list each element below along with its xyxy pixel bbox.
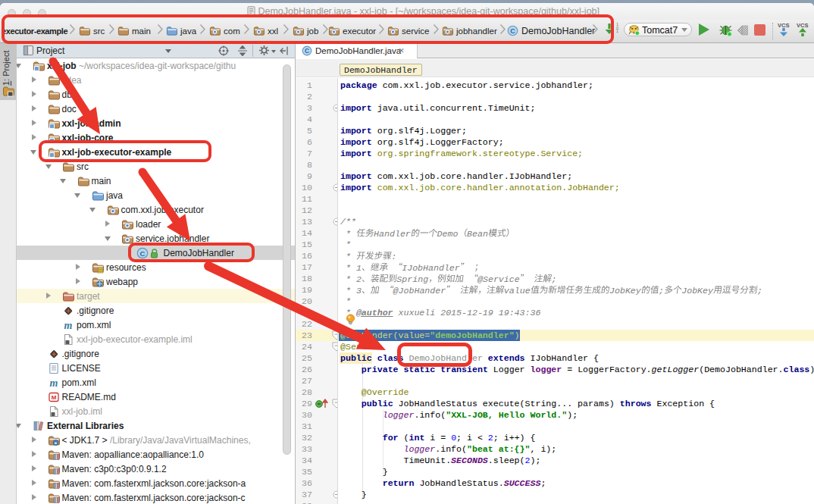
- svg-text:Spring: Spring: [396, 274, 428, 283]
- svg-text:Handler: Handler: [374, 228, 411, 238]
- svg-text:M: M: [51, 394, 56, 401]
- svg-text:IJobHandler: IJobHandler: [402, 262, 460, 272]
- svg-text::: :: [391, 251, 396, 261]
- svg-text:JobKey: JobKey: [681, 285, 714, 295]
- svg-text:;: ;: [757, 285, 762, 295]
- svg-text:*: *: [340, 251, 356, 261]
- svg-text:m: m: [64, 320, 73, 331]
- svg-text:* 2: * 2: [340, 274, 362, 283]
- svg-text:Demo: Demo: [437, 228, 459, 238]
- svg-text:@JobHander: @JobHander: [393, 285, 446, 295]
- svg-text:* 3: * 3: [340, 285, 362, 295]
- svg-text:;: ;: [552, 274, 557, 283]
- svg-text:value: value: [504, 285, 531, 295]
- svg-text:Bean: Bean: [467, 228, 488, 238]
- svg-text:;: ;: [659, 285, 664, 295]
- svg-text:* 1: * 1: [340, 262, 362, 272]
- svg-text:C: C: [305, 47, 309, 55]
- svg-text:m: m: [49, 377, 58, 389]
- svg-text:*: *: [340, 228, 356, 238]
- svg-text:@Service: @Service: [477, 274, 520, 283]
- svg-text:JobKey: JobKey: [609, 285, 642, 295]
